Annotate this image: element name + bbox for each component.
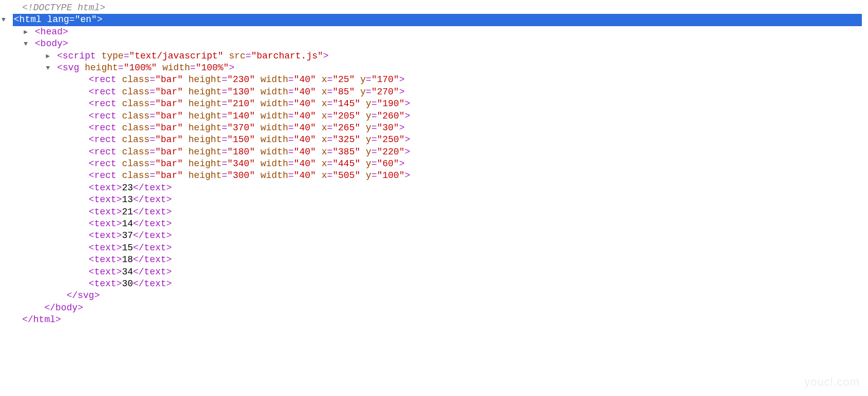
- code-line[interactable]: <rect class="bar" height="180" width="40…: [0, 146, 868, 158]
- code-line[interactable]: <text>30</text>: [0, 278, 868, 290]
- code-line[interactable]: <rect class="bar" height="300" width="40…: [0, 170, 868, 182]
- code-line[interactable]: <body>: [0, 38, 868, 50]
- attr-name: width: [261, 87, 288, 97]
- text-open-tag: <text>: [89, 243, 122, 253]
- attr-value: "40": [294, 170, 316, 181]
- attr-value: "100": [377, 170, 405, 181]
- attr-value: "barchart.js": [251, 51, 323, 61]
- attr-value: "40": [294, 74, 316, 85]
- text-close-tag: </text>: [133, 254, 172, 265]
- text-value: 23: [122, 183, 133, 193]
- disclosure-body[interactable]: [22, 40, 29, 49]
- code-line[interactable]: <rect class="bar" height="340" width="40…: [0, 158, 868, 170]
- tag-close-bracket: >: [229, 63, 234, 73]
- code-line[interactable]: <rect class="bar" height="210" width="40…: [0, 98, 868, 110]
- disclosure-svg[interactable]: [44, 64, 51, 73]
- attr-value: "300": [227, 170, 255, 181]
- attr-value: "220": [377, 147, 405, 157]
- text-open-tag: <text>: [89, 254, 122, 265]
- tag-close-bracket: >: [399, 159, 405, 169]
- text-value: 34: [122, 267, 133, 277]
- text-open-tag: <text>: [89, 183, 122, 193]
- code-line[interactable]: <rect class="bar" height="130" width="40…: [0, 86, 868, 98]
- text-close-tag: </text>: [133, 267, 172, 277]
- code-line[interactable]: <svg height="100%" width="100%">: [0, 62, 868, 74]
- attr-value: "100%": [124, 63, 157, 73]
- disclosure-html[interactable]: [0, 16, 7, 25]
- attr-name: width: [261, 159, 288, 169]
- code-line[interactable]: <text>34</text>: [0, 266, 868, 278]
- tag-close-bracket: >: [405, 147, 410, 157]
- attr-value: "text/javascript": [129, 51, 224, 61]
- code-line[interactable]: </svg>: [0, 290, 868, 302]
- attr-value: en: [80, 14, 91, 25]
- attr-name: y: [366, 159, 371, 169]
- rect-tag: <rect: [89, 111, 116, 121]
- attr-name: width: [261, 98, 288, 109]
- selected-node-html[interactable]: <html lang="en">: [0, 14, 868, 26]
- rect-tag: <rect: [89, 87, 116, 97]
- disclosure-head[interactable]: [22, 28, 29, 37]
- attr-value: "bar": [155, 134, 183, 145]
- code-line[interactable]: <!DOCTYPE html>: [0, 2, 868, 14]
- attr-value: "210": [227, 98, 255, 109]
- tag-close-bracket: >: [405, 98, 410, 109]
- attr-value: "bar": [155, 159, 183, 169]
- text-open-tag: <text>: [89, 219, 122, 229]
- attr-name: y: [366, 170, 371, 181]
- attr-name: height: [188, 111, 222, 121]
- attr-name: width: [261, 111, 288, 121]
- attr-value: "170": [371, 74, 399, 85]
- code-line[interactable]: <rect class="bar" height="150" width="40…: [0, 134, 868, 146]
- attr-value: "25": [332, 74, 354, 85]
- attr-name: x: [322, 170, 327, 181]
- code-line[interactable]: <text>18</text>: [0, 254, 868, 266]
- attr-name: class: [122, 123, 150, 133]
- rect-tag: <rect: [89, 134, 116, 145]
- code-line[interactable]: </body>: [0, 302, 868, 314]
- tag-close-bracket: >: [97, 14, 103, 25]
- rect-tag: <rect: [89, 123, 116, 133]
- text-value: 13: [122, 194, 133, 205]
- code-line[interactable]: <text>21</text>: [0, 206, 868, 218]
- attr-name: y: [366, 147, 371, 157]
- attr-value: "bar": [155, 170, 183, 181]
- code-line[interactable]: <text>14</text>: [0, 218, 868, 230]
- code-line[interactable]: <text>15</text>: [0, 242, 868, 254]
- attr-value: "445": [332, 159, 360, 169]
- code-line[interactable]: <script type="text/javascript" src="barc…: [0, 50, 868, 62]
- code-line[interactable]: <rect class="bar" height="230" width="40…: [0, 74, 868, 86]
- text-value: 21: [122, 207, 133, 217]
- code-line[interactable]: <rect class="bar" height="140" width="40…: [0, 110, 868, 122]
- attr-value: "bar": [155, 111, 183, 121]
- close-svg: </svg>: [67, 290, 100, 301]
- attr-value: "30": [377, 123, 399, 133]
- attr-name: y: [360, 74, 366, 85]
- attr-value: "140": [227, 111, 255, 121]
- attr-value: "265": [332, 123, 360, 133]
- code-line[interactable]: <text>13</text>: [0, 194, 868, 206]
- text-value: 37: [122, 230, 133, 241]
- disclosure-script[interactable]: [44, 52, 51, 61]
- dom-tree: <!DOCTYPE html> <html lang="en"> <head> …: [0, 2, 868, 326]
- code-line[interactable]: </html>: [0, 314, 868, 326]
- attr-name: class: [122, 111, 150, 121]
- attr-name: y: [360, 87, 366, 97]
- code-line[interactable]: <head>: [0, 26, 868, 38]
- attr-name: class: [122, 159, 150, 169]
- code-line[interactable]: <text>23</text>: [0, 182, 868, 194]
- code-line[interactable]: <text>37</text>: [0, 230, 868, 242]
- attr-name: height: [188, 98, 222, 109]
- text-value: 30: [122, 279, 133, 289]
- attr-value: "145": [332, 98, 360, 109]
- attr-value: "130": [227, 87, 255, 97]
- tag-open: <html: [14, 14, 42, 25]
- close-html: </html>: [22, 314, 61, 325]
- rect-tag: <rect: [89, 74, 116, 85]
- code-line[interactable]: <rect class="bar" height="370" width="40…: [0, 122, 868, 134]
- text-open-tag: <text>: [89, 194, 122, 205]
- text-value: 14: [122, 219, 133, 229]
- attr-value: "40": [294, 147, 316, 157]
- text-value: 18: [122, 254, 133, 265]
- attr-value: "505": [332, 170, 360, 181]
